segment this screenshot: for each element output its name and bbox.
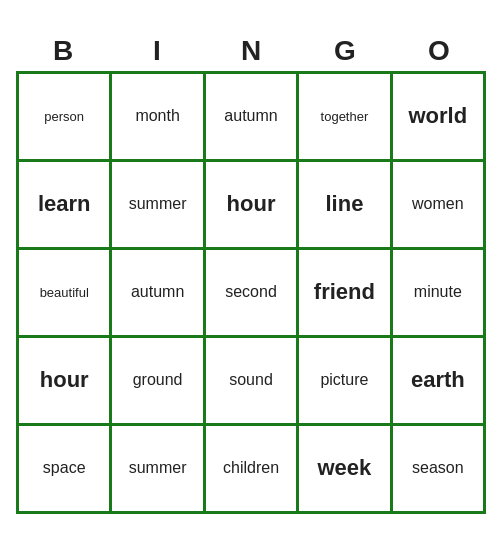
bingo-header: BINGO: [16, 31, 486, 71]
bingo-cell: autumn: [206, 74, 299, 162]
cell-text: women: [412, 195, 464, 213]
header-letter: B: [16, 31, 110, 71]
bingo-cell: hour: [206, 162, 299, 250]
bingo-row: personmonthautumntogetherworld: [19, 74, 486, 162]
bingo-row: spacesummerchildrenweekseason: [19, 426, 486, 514]
bingo-cell: space: [19, 426, 112, 514]
cell-text: picture: [320, 371, 368, 389]
cell-text: season: [412, 459, 464, 477]
bingo-cell: summer: [112, 162, 205, 250]
bingo-cell: children: [206, 426, 299, 514]
cell-text: earth: [411, 367, 465, 393]
header-letter: G: [298, 31, 392, 71]
cell-text: hour: [40, 367, 89, 393]
cell-text: autumn: [224, 107, 277, 125]
cell-text: beautiful: [40, 285, 89, 300]
cell-text: week: [318, 455, 372, 481]
cell-text: line: [325, 191, 363, 217]
cell-text: month: [135, 107, 179, 125]
header-letter: O: [392, 31, 486, 71]
bingo-cell: person: [19, 74, 112, 162]
cell-text: world: [408, 103, 467, 129]
cell-text: sound: [229, 371, 273, 389]
bingo-cell: ground: [112, 338, 205, 426]
bingo-row: hourgroundsoundpictureearth: [19, 338, 486, 426]
bingo-row: beautifulautumnsecondfriendminute: [19, 250, 486, 338]
bingo-cell: picture: [299, 338, 392, 426]
cell-text: ground: [133, 371, 183, 389]
cell-text: person: [44, 109, 84, 124]
cell-text: friend: [314, 279, 375, 305]
bingo-cell: beautiful: [19, 250, 112, 338]
bingo-card: BINGO personmonthautumntogetherworldlear…: [16, 31, 486, 514]
bingo-cell: week: [299, 426, 392, 514]
bingo-row: learnsummerhourlinewomen: [19, 162, 486, 250]
bingo-cell: summer: [112, 426, 205, 514]
bingo-cell: together: [299, 74, 392, 162]
cell-text: summer: [129, 459, 187, 477]
bingo-cell: second: [206, 250, 299, 338]
cell-text: minute: [414, 283, 462, 301]
bingo-cell: autumn: [112, 250, 205, 338]
bingo-cell: earth: [393, 338, 486, 426]
cell-text: space: [43, 459, 86, 477]
bingo-cell: minute: [393, 250, 486, 338]
cell-text: learn: [38, 191, 91, 217]
bingo-cell: women: [393, 162, 486, 250]
cell-text: second: [225, 283, 277, 301]
cell-text: together: [321, 109, 369, 124]
bingo-cell: season: [393, 426, 486, 514]
bingo-cell: friend: [299, 250, 392, 338]
cell-text: summer: [129, 195, 187, 213]
bingo-cell: learn: [19, 162, 112, 250]
bingo-cell: sound: [206, 338, 299, 426]
bingo-cell: world: [393, 74, 486, 162]
bingo-cell: hour: [19, 338, 112, 426]
cell-text: hour: [227, 191, 276, 217]
bingo-cell: line: [299, 162, 392, 250]
header-letter: N: [204, 31, 298, 71]
bingo-grid: personmonthautumntogetherworldlearnsumme…: [16, 71, 486, 514]
cell-text: children: [223, 459, 279, 477]
bingo-cell: month: [112, 74, 205, 162]
header-letter: I: [110, 31, 204, 71]
cell-text: autumn: [131, 283, 184, 301]
